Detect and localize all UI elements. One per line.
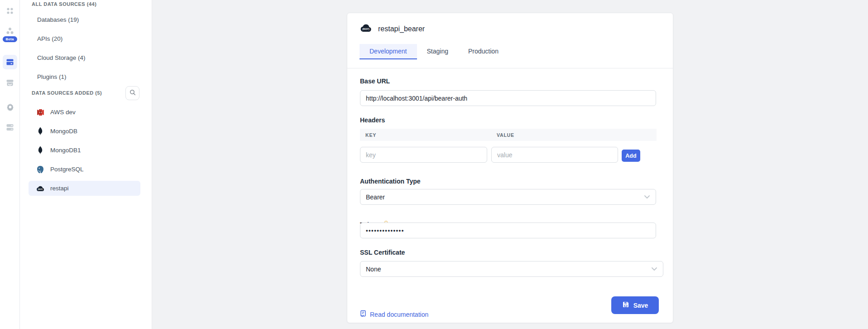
- sidebar-item-cloud-storage[interactable]: Cloud Storage (4): [37, 54, 86, 61]
- card-title-row: (REST) restapi_bearer: [360, 23, 425, 35]
- postgresql-icon: [36, 165, 44, 174]
- datasource-label: PostgreSQL: [50, 166, 84, 173]
- sidebar-item-apis[interactable]: APIs (20): [37, 35, 62, 42]
- chevron-down-icon: [644, 195, 650, 199]
- data-sources-sidebar: ALL DATA SOURCES (44) Databases (19) API…: [20, 0, 152, 329]
- database-icon: [6, 123, 14, 133]
- tab-staging[interactable]: Staging: [417, 44, 458, 59]
- sidebar-item-restapi[interactable]: (REST) restapi: [29, 181, 140, 196]
- chevron-down-icon: [651, 267, 657, 271]
- data-sources-button[interactable]: [0, 55, 20, 69]
- save-icon: [622, 301, 629, 310]
- rest-cloud-icon: (REST): [360, 24, 372, 34]
- data-sources-added-header: DATA SOURCES ADDED (5): [32, 90, 102, 96]
- headers-table-head: KEY VALUE: [360, 129, 657, 141]
- document-icon: [360, 310, 367, 319]
- read-documentation-label: Read documentation: [370, 311, 428, 318]
- workflows-button[interactable]: [0, 26, 20, 37]
- datasource-label: restapi: [50, 185, 69, 192]
- datasource-label: MongoDB: [50, 128, 77, 135]
- auth-type-value: Bearer: [366, 194, 385, 201]
- mongodb-icon: [36, 146, 44, 155]
- key-column-header: KEY: [365, 132, 376, 138]
- sidebar-item-mongodb1[interactable]: MongoDB1: [29, 143, 140, 158]
- value-column-header: VALUE: [497, 132, 514, 138]
- base-url-input[interactable]: [360, 90, 656, 106]
- settings-button[interactable]: [0, 102, 20, 113]
- page-title: restapi_bearer: [378, 25, 425, 33]
- gear-icon: [6, 102, 14, 113]
- icon-rail: Beta: [0, 0, 20, 329]
- sidebar-item-databases[interactable]: Databases (19): [37, 16, 79, 23]
- mongodb-icon: [36, 127, 44, 135]
- auth-type-select[interactable]: Bearer: [360, 189, 656, 205]
- svg-text:(REST): (REST): [38, 189, 43, 190]
- marketplace-button[interactable]: [0, 78, 20, 89]
- search-datasources-button[interactable]: [125, 86, 139, 100]
- header-key-input[interactable]: [360, 147, 487, 163]
- data-sources-icon: [3, 55, 17, 69]
- datasource-label: MongoDB1: [50, 147, 81, 154]
- workflows-icon: [5, 26, 14, 37]
- token-input[interactable]: [360, 223, 656, 238]
- search-icon: [129, 89, 136, 97]
- rest-cloud-icon: (REST): [36, 184, 44, 193]
- add-header-button[interactable]: Add: [622, 150, 640, 162]
- base-url-label: Base URL: [360, 77, 390, 85]
- auth-type-label: Authentication Type: [360, 178, 421, 185]
- tab-development[interactable]: Development: [360, 44, 417, 59]
- apps-grid-button[interactable]: [0, 7, 20, 17]
- ssl-certificate-value: None: [366, 266, 381, 273]
- save-button[interactable]: Save: [611, 296, 659, 314]
- save-button-label: Save: [633, 302, 648, 309]
- ssl-certificate-select[interactable]: None: [360, 261, 663, 277]
- datasource-label: AWS dev: [50, 109, 76, 116]
- apps-grid-icon: [6, 7, 14, 17]
- all-data-sources-header: ALL DATA SOURCES (44): [32, 1, 96, 7]
- svg-text:(REST): (REST): [362, 28, 369, 30]
- headers-label: Headers: [360, 116, 385, 124]
- aws-icon: [36, 108, 44, 116]
- sidebar-item-aws-dev[interactable]: AWS dev: [29, 105, 140, 120]
- ssl-certificate-label: SSL Certificate: [360, 249, 405, 256]
- sidebar-item-mongodb[interactable]: MongoDB: [29, 124, 140, 139]
- environment-tabs: Development Staging Production: [360, 44, 508, 59]
- marketplace-icon: [5, 78, 14, 89]
- beta-badge: Beta: [2, 36, 17, 42]
- tabs-divider: [347, 68, 673, 68]
- tab-production[interactable]: Production: [458, 44, 508, 59]
- database-button[interactable]: [0, 123, 20, 133]
- sidebar-item-plugins[interactable]: Plugins (1): [37, 73, 67, 80]
- header-value-input[interactable]: [491, 147, 618, 163]
- datasource-config-card: (REST) restapi_bearer Development Stagin…: [347, 13, 673, 323]
- sidebar-item-postgresql[interactable]: PostgreSQL: [29, 162, 140, 177]
- read-documentation-link[interactable]: Read documentation: [360, 310, 428, 319]
